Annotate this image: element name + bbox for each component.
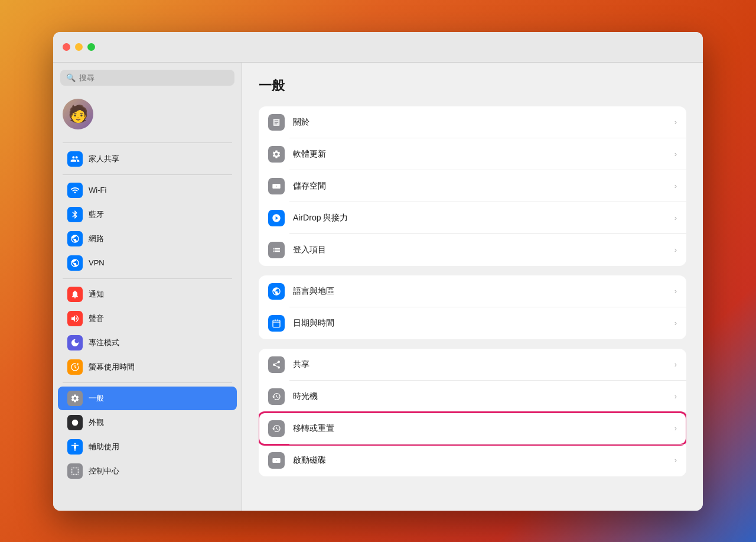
settings-row-language-region[interactable]: 語言與地區 › [259, 275, 686, 307]
software-update-label: 軟體更新 [293, 149, 666, 160]
chevron-icon: › [674, 213, 677, 222]
sidebar-label-focus: 專注模式 [89, 337, 119, 348]
sidebar-item-appearance[interactable]: 外觀 [58, 411, 237, 434]
close-button[interactable] [63, 43, 70, 51]
login-items-label: 登入項目 [293, 245, 666, 255]
sidebar-item-bluetooth[interactable]: 藍牙 [58, 203, 237, 226]
svg-rect-2 [275, 120, 279, 121]
sidebar: 🔍 🧑 家人共享 Wi-Fi [53, 63, 242, 511]
sidebar-item-screentime[interactable]: 螢幕使用時間 [58, 355, 237, 379]
chevron-icon: › [674, 287, 677, 296]
divider-after-vpn [63, 278, 232, 279]
svg-rect-3 [275, 122, 279, 122]
titlebar [53, 32, 703, 63]
sidebar-item-general[interactable]: 一般 [58, 387, 237, 410]
accessibility-icon [67, 439, 83, 455]
vpn-icon [67, 255, 83, 271]
chevron-icon: › [674, 456, 677, 465]
settings-group-group1: 關於 › 軟體更新 › 儲存空間 › AirDrop 與接力 › 登入項目 [259, 106, 686, 266]
language-region-label: 語言與地區 [293, 286, 666, 297]
search-input[interactable] [79, 73, 229, 82]
sidebar-label-bluetooth: 藍牙 [89, 209, 104, 220]
settings-group-group2: 語言與地區 › 日期與時間 › [259, 275, 686, 339]
sidebar-item-family-sharing[interactable]: 家人共享 [58, 147, 237, 171]
chevron-icon: › [674, 424, 677, 433]
sidebar-item-accessibility[interactable]: 輔助使用 [58, 435, 237, 459]
about-icon [268, 114, 285, 131]
traffic-lights [63, 43, 95, 51]
startup-disk-label: 啟動磁碟 [293, 455, 666, 466]
sidebar-label-network: 網路 [89, 233, 104, 244]
divider-after-family-sharing [63, 174, 232, 175]
svg-rect-6 [273, 322, 280, 322]
sidebar-label-screentime: 螢幕使用時間 [89, 362, 135, 372]
minimize-button[interactable] [75, 43, 83, 51]
sidebar-item-wifi[interactable]: Wi-Fi [58, 178, 237, 202]
chevron-icon: › [674, 392, 677, 401]
storage-icon [268, 178, 285, 194]
appearance-icon [67, 415, 83, 430]
sidebar-item-sound[interactable]: 聲音 [58, 307, 237, 330]
settings-row-storage[interactable]: 儲存空間 › [259, 170, 686, 202]
avatar: 🧑 [63, 99, 93, 129]
settings-row-date-time[interactable]: 日期與時間 › [259, 307, 686, 339]
sharing-icon [268, 356, 285, 373]
sound-icon [67, 311, 83, 326]
sidebar-label-accessibility: 輔助使用 [89, 442, 119, 452]
system-preferences-window: 🔍 🧑 家人共享 Wi-Fi [53, 32, 703, 511]
family-sharing-icon [67, 151, 83, 167]
search-bar[interactable]: 🔍 [60, 70, 234, 86]
sidebar-item-notifications[interactable]: 通知 [58, 283, 237, 306]
settings-group-group3: 共享 › 時光機 › 移轉或重置 › 啟動磁碟 › [259, 349, 686, 476]
svg-rect-5 [273, 320, 280, 327]
sidebar-label-notifications: 通知 [89, 289, 104, 300]
general-icon [67, 391, 83, 406]
chevron-icon: › [674, 360, 677, 369]
settings-row-login-items[interactable]: 登入項目 › [259, 234, 686, 266]
about-label: 關於 [293, 117, 666, 128]
apple-id-section[interactable]: 🧑 [53, 93, 242, 135]
sidebar-label-wifi: Wi-Fi [89, 186, 106, 194]
chevron-icon: › [674, 319, 677, 327]
chevron-icon: › [674, 181, 677, 190]
sidebar-item-control-center[interactable]: 控制中心 [58, 459, 237, 483]
focus-icon [67, 335, 83, 350]
divider-1 [63, 142, 232, 143]
settings-row-transfer-reset[interactable]: 移轉或重置 › [259, 413, 686, 444]
sidebar-item-vpn[interactable]: VPN [58, 251, 237, 275]
bluetooth-icon [67, 207, 83, 222]
date-time-label: 日期與時間 [293, 318, 666, 329]
transfer-reset-icon [268, 420, 285, 437]
settings-row-startup-disk[interactable]: 啟動磁碟 › [259, 444, 686, 476]
software-update-icon [268, 146, 285, 163]
network-icon [67, 231, 83, 246]
window-content: 🔍 🧑 家人共享 Wi-Fi [53, 63, 703, 511]
chevron-icon: › [674, 118, 677, 126]
sidebar-label-sound: 聲音 [89, 313, 104, 324]
chevron-icon: › [674, 150, 677, 158]
maximize-button[interactable] [87, 43, 95, 51]
sidebar-label-appearance: 外觀 [89, 417, 104, 428]
main-content: 一般 關於 › 軟體更新 › 儲存空間 › AirDrop 與接力 › [242, 63, 703, 511]
sidebar-label-vpn: VPN [89, 258, 105, 267]
sharing-label: 共享 [293, 359, 666, 370]
time-machine-label: 時光機 [293, 391, 666, 402]
divider-after-screentime [63, 382, 232, 383]
settings-row-sharing[interactable]: 共享 › [259, 349, 686, 381]
login-items-icon [268, 242, 285, 258]
settings-row-about[interactable]: 關於 › [259, 106, 686, 138]
sidebar-item-network[interactable]: 網路 [58, 227, 237, 251]
language-region-icon [268, 283, 285, 300]
airdrop-label: AirDrop 與接力 [293, 213, 666, 223]
settings-row-airdrop[interactable]: AirDrop 與接力 › [259, 202, 686, 234]
date-time-icon [268, 315, 285, 332]
svg-rect-7 [275, 319, 275, 321]
svg-rect-4 [275, 124, 278, 124]
settings-row-software-update[interactable]: 軟體更新 › [259, 138, 686, 170]
sidebar-item-focus[interactable]: 專注模式 [58, 331, 237, 355]
chevron-icon: › [674, 245, 677, 254]
page-title: 一般 [259, 77, 686, 95]
settings-row-time-machine[interactable]: 時光機 › [259, 381, 686, 413]
control-center-icon [67, 463, 83, 479]
sidebar-items-container: 家人共享 Wi-Fi 藍牙 網路 VPN 通知 聲音 專注模式 [53, 147, 242, 483]
